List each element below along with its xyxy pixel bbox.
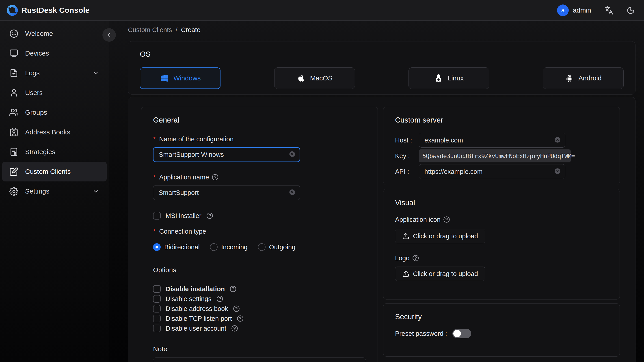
os-section-title: OS <box>140 50 624 58</box>
required-marker <box>153 135 156 143</box>
app-icon-upload-button[interactable]: Click or drag to upload <box>395 229 485 243</box>
file-user-icon <box>10 148 18 156</box>
note-textarea[interactable] <box>153 358 366 362</box>
preset-password-row: Preset password : <box>395 328 608 338</box>
top-bar: RustDesk Console a admin <box>0 0 644 20</box>
visual-section: Visual Application icon Click or drag to… <box>383 189 620 300</box>
app-name-label: Application name <box>153 173 366 181</box>
upload-icon <box>402 232 410 240</box>
help-icon[interactable] <box>233 305 240 312</box>
chevron-down-icon <box>92 188 99 195</box>
help-icon[interactable] <box>231 325 238 332</box>
option-disable-settings: Disable settings <box>153 294 366 304</box>
upload-icon <box>402 270 410 277</box>
api-input[interactable] <box>419 164 565 179</box>
help-icon[interactable] <box>212 174 218 180</box>
users-icon <box>10 108 18 117</box>
sidebar-item-groups[interactable]: Groups <box>2 102 107 122</box>
sidebar-item-settings[interactable]: Settings <box>2 182 107 201</box>
msi-installer-checkbox[interactable] <box>153 212 161 220</box>
monitor-icon <box>10 49 18 58</box>
help-icon[interactable] <box>216 296 223 302</box>
gear-icon <box>10 187 18 196</box>
os-button-macos[interactable]: MacOS <box>274 68 355 89</box>
key-label: Key : <box>395 152 419 160</box>
visual-title: Visual <box>395 198 608 207</box>
user-name[interactable]: admin <box>573 6 591 14</box>
general-title: General <box>153 116 366 124</box>
preset-password-toggle[interactable] <box>452 329 471 338</box>
dark-mode-moon-icon[interactable] <box>626 6 636 15</box>
option-disable-tcp-listen-port: Disable TCP listen port <box>153 314 366 324</box>
help-icon[interactable] <box>206 212 213 219</box>
radio-selected-icon <box>153 243 161 251</box>
config-name-input[interactable] <box>153 147 300 162</box>
toggle-knob <box>453 330 461 337</box>
clear-icon[interactable] <box>554 136 561 144</box>
sidebar-item-custom-clients[interactable]: Custom Clients <box>2 162 107 182</box>
sidebar-item-address-books[interactable]: Address Books <box>2 122 107 142</box>
sidebar-item-logs[interactable]: Logs <box>2 63 107 83</box>
host-label: Host : <box>395 137 419 144</box>
checkbox[interactable] <box>153 295 161 303</box>
radio-icon <box>210 243 218 251</box>
sidebar-collapse-button[interactable] <box>102 28 116 42</box>
key-value: 5Qbwsde3unUcJBtrx9ZkvUmwFNoExHzpryHuPUdq… <box>422 152 575 160</box>
key-value-box[interactable]: 5Qbwsde3unUcJBtrx9ZkvUmwFNoExHzpryHuPUdq… <box>419 150 571 162</box>
linux-tux-icon <box>434 74 443 83</box>
radio-incoming[interactable]: Incoming <box>210 243 248 251</box>
help-icon[interactable] <box>230 286 236 292</box>
windows-logo-icon <box>160 74 169 83</box>
breadcrumb-parent[interactable]: Custom Clients <box>128 26 172 34</box>
help-icon[interactable] <box>443 216 450 223</box>
os-button-android[interactable]: Android <box>543 68 624 89</box>
checkbox[interactable] <box>153 305 161 312</box>
checkbox[interactable] <box>153 285 161 293</box>
clear-icon[interactable] <box>289 151 296 158</box>
os-button-windows[interactable]: Windows <box>140 68 220 89</box>
configuration-form: General Name of the configuration Applic… <box>128 97 636 362</box>
logo-label: Logo <box>395 254 608 262</box>
msi-installer-row: MSI installer <box>153 211 366 221</box>
radio-bidirectional[interactable]: Bidirectional <box>153 243 200 251</box>
contact-card-icon <box>10 128 18 137</box>
help-icon[interactable] <box>237 315 244 322</box>
note-label: Note <box>153 345 366 353</box>
option-disable-user-account: Disable user account <box>153 324 366 333</box>
sidebar-item-devices[interactable]: Devices <box>2 44 107 63</box>
app-name-input[interactable] <box>153 185 300 200</box>
file-text-icon <box>10 68 18 78</box>
radio-outgoing[interactable]: Outgoing <box>258 243 296 251</box>
help-icon[interactable] <box>412 255 419 262</box>
connection-type-label: Connection type <box>153 227 366 236</box>
sidebar-item-strategies[interactable]: Strategies <box>2 142 107 162</box>
language-icon[interactable] <box>604 6 614 15</box>
sidebar-item-users[interactable]: Users <box>2 83 107 102</box>
sidebar-item-welcome[interactable]: Welcome <box>2 24 107 44</box>
checkbox[interactable] <box>153 324 161 332</box>
user-icon <box>10 88 18 97</box>
clear-icon[interactable] <box>289 189 296 196</box>
app-title: RustDesk Console <box>22 6 90 14</box>
os-section: OS Windows MacOS <box>128 41 636 94</box>
sidebar: Welcome Devices Logs Users Groups Addres… <box>0 20 109 362</box>
general-section: General Name of the configuration Applic… <box>141 107 378 362</box>
chevron-down-icon <box>92 70 99 76</box>
config-name-label: Name of the configuration <box>153 135 366 143</box>
option-disable-address-book: Disable address book <box>153 304 366 314</box>
avatar[interactable]: a <box>557 4 569 16</box>
custom-server-title: Custom server <box>395 116 608 124</box>
application-icon-label: Application icon <box>395 216 608 224</box>
option-disable-installation: Disable installation <box>153 284 366 294</box>
os-button-linux[interactable]: Linux <box>408 68 489 89</box>
checkbox[interactable] <box>153 315 161 322</box>
custom-server-section: Custom server Host : Key : 5Qbwsde3unUcJ… <box>383 107 620 185</box>
smile-icon <box>10 29 18 38</box>
main-content: Custom Clients / Create OS Windows MacOS <box>109 20 644 362</box>
required-marker <box>153 173 156 181</box>
clear-icon[interactable] <box>554 168 561 176</box>
logo-upload-button[interactable]: Click or drag to upload <box>395 266 485 281</box>
preset-password-label: Preset password : <box>395 330 447 338</box>
host-input[interactable] <box>419 133 565 148</box>
security-title: Security <box>395 312 608 321</box>
